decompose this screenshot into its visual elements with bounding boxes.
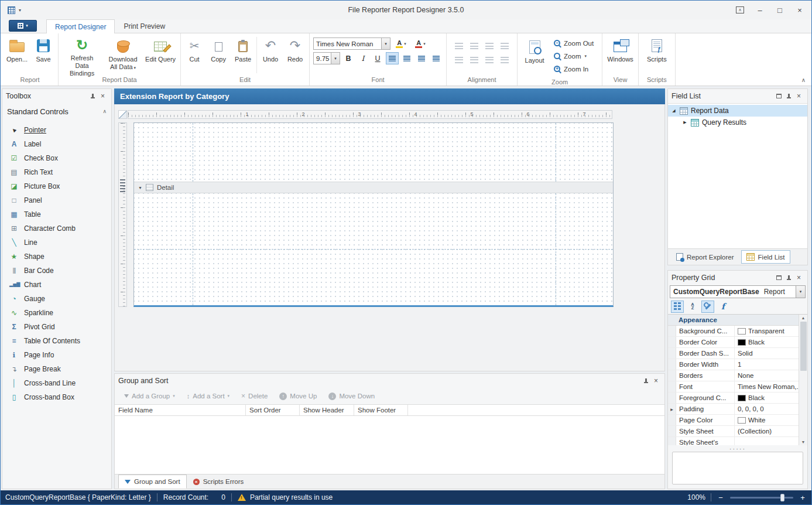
group-sort-close-button[interactable]: ×	[651, 376, 661, 386]
vertical-ruler[interactable]	[118, 122, 127, 307]
property-row-borders[interactable]: Borders None	[668, 370, 799, 381]
move-down-button[interactable]: ↓ Move Down	[324, 391, 379, 402]
align-middles-button[interactable]	[467, 53, 481, 66]
toolbox-item-shape[interactable]: ★Shape	[2, 250, 111, 264]
justify-button[interactable]	[430, 52, 443, 64]
property-grid-float-button[interactable]	[774, 273, 784, 283]
font-color-button[interactable]: A ▾	[412, 37, 429, 50]
tree-collapsed-icon[interactable]: ▶	[682, 120, 688, 125]
detail-band[interactable]	[134, 193, 613, 305]
maximize-button[interactable]: □	[770, 3, 789, 17]
scroll-up-icon[interactable]: ▲	[801, 316, 806, 320]
toolbox-item-cross-band-box[interactable]: ▯Cross-band Box	[2, 390, 111, 404]
toolbox-item-page-break[interactable]: ↴Page Break	[2, 362, 111, 376]
zoom-button[interactable]: Zoom ▾	[551, 50, 599, 62]
events-view-button[interactable]: f	[717, 301, 729, 313]
column-sort-order[interactable]: Sort Order	[246, 405, 300, 415]
layout-button[interactable]: Layout	[520, 36, 549, 77]
align-centers-button[interactable]	[467, 39, 481, 52]
object-selector-combo[interactable]: CustomQueryReportBase Report ▾	[670, 285, 806, 298]
field-list-close-button[interactable]: ×	[794, 91, 804, 101]
save-button[interactable]: Save	[30, 35, 56, 76]
tab-report-designer[interactable]: Report Designer	[46, 19, 115, 33]
toolbox-item-pointer[interactable]: ►Pointer	[2, 123, 111, 137]
underline-button[interactable]: U	[371, 52, 384, 64]
open-button[interactable]: Open...	[4, 35, 30, 76]
zoom-slider[interactable]	[730, 497, 793, 499]
quick-access-caret-icon[interactable]: ▾	[19, 8, 21, 13]
windows-button[interactable]: Windows	[604, 35, 636, 76]
toolbox-section-header[interactable]: Standard Controls ∧	[2, 103, 111, 120]
refresh-data-bindings-button[interactable]: ↻ Refresh Data Bindings	[60, 35, 104, 76]
property-value[interactable]: Black	[735, 393, 799, 403]
property-value[interactable]: Transparent	[735, 326, 799, 336]
property-row-border-dash-style[interactable]: Border Dash S... Solid	[668, 348, 799, 359]
tree-expanded-icon[interactable]: ◢	[671, 108, 677, 113]
ribbon-display-button[interactable]: ∧	[731, 3, 749, 17]
move-up-button[interactable]: ↑ Move Up	[275, 391, 321, 402]
edit-query-button[interactable]: Edit Query	[142, 35, 179, 76]
tab-print-preview[interactable]: Print Preview	[115, 19, 174, 33]
tree-node-report-data[interactable]: ◢ Report Data	[668, 105, 807, 117]
detail-band-header[interactable]: ▼ Detail	[134, 182, 613, 193]
toolbox-item-table[interactable]: ▦Table	[2, 207, 111, 221]
property-value[interactable]: 0, 0, 0, 0	[735, 404, 799, 414]
file-menu-button[interactable]: ▾	[9, 20, 37, 32]
toolbox-pin-button[interactable]	[88, 91, 98, 101]
property-grid-scrollbar[interactable]: ▲ ▼	[799, 315, 807, 445]
property-row-border-width[interactable]: Border Width 1	[668, 359, 799, 370]
field-list-pin-button[interactable]	[784, 91, 794, 101]
categorized-view-button[interactable]	[671, 301, 684, 313]
undo-button[interactable]: ↶ Undo	[258, 35, 283, 76]
property-value[interactable]: White	[735, 415, 799, 425]
add-group-button[interactable]: Add a Group ▾	[119, 391, 180, 401]
italic-button[interactable]: I	[357, 52, 369, 64]
toolbox-item-check-box[interactable]: ☑Check Box	[2, 151, 111, 165]
column-field-name[interactable]: Field Name	[115, 405, 246, 415]
property-row-border-color[interactable]: Border Color Black	[668, 337, 799, 348]
properties-view-button[interactable]	[701, 301, 714, 313]
scroll-down-icon[interactable]: ▼	[801, 440, 806, 444]
column-show-footer[interactable]: Show Footer	[354, 405, 408, 415]
toolbox-item-chart[interactable]: ▂▅▇Chart	[2, 278, 111, 292]
zoom-slider-thumb[interactable]	[780, 494, 784, 501]
delete-button[interactable]: × Delete	[237, 390, 272, 402]
scrollbar-thumb[interactable]	[800, 322, 807, 371]
field-list-float-button[interactable]	[774, 91, 784, 101]
group-sort-body[interactable]	[115, 416, 664, 474]
toolbox-item-table-of-contents[interactable]: ≡Table Of Contents	[2, 334, 111, 348]
band-collapse-icon[interactable]: ▼	[138, 186, 142, 190]
property-value[interactable]: None	[735, 370, 799, 381]
property-grid-pin-button[interactable]	[784, 273, 794, 283]
paste-button[interactable]: Paste	[231, 35, 255, 76]
ribbon-collapse-button[interactable]: ∧	[801, 77, 806, 83]
font-size-combo[interactable]: 9.75 ▾	[313, 52, 340, 64]
add-sort-button[interactable]: ↕ Add a Sort ▾	[182, 391, 234, 401]
font-family-caret-icon[interactable]: ▾	[381, 38, 390, 49]
splitter-handle[interactable]: ·····	[668, 445, 807, 452]
property-row-font[interactable]: Font Times New Roman,...	[668, 381, 799, 393]
property-value[interactable]: Black	[735, 337, 799, 347]
group-sort-pin-button[interactable]	[641, 376, 651, 386]
redo-button[interactable]: ↷ Redo	[283, 35, 307, 76]
highlight-color-button[interactable]: A ▾	[392, 37, 410, 50]
category-appearance[interactable]: Appearance	[668, 315, 799, 326]
object-selector-caret-icon[interactable]: ▾	[796, 286, 805, 298]
tab-field-list[interactable]: Field List	[741, 250, 790, 264]
zoom-out-button[interactable]: − Zoom Out	[551, 37, 599, 49]
download-all-data-button[interactable]: Download All Data▾	[104, 35, 142, 76]
zoom-in-status-button[interactable]: +	[799, 493, 807, 502]
close-button[interactable]: ×	[790, 3, 809, 17]
cut-button[interactable]: ✂ Cut	[183, 35, 206, 76]
property-row-background-color[interactable]: Background C... Transparent	[668, 326, 799, 337]
toolbox-item-pivot-grid[interactable]: ΣPivot Grid	[2, 320, 111, 334]
top-margin-band[interactable]	[134, 123, 613, 182]
align-left-button[interactable]	[386, 52, 399, 64]
property-value[interactable]: 1	[735, 359, 799, 370]
align-v-spacing-button[interactable]	[498, 53, 512, 66]
tree-node-query-results[interactable]: ▶ Query Results	[668, 117, 807, 128]
align-tops-button[interactable]	[452, 53, 466, 66]
expand-row-icon[interactable]: ▶	[670, 407, 673, 411]
report-page[interactable]: ▼ Detail	[133, 122, 614, 307]
toolbox-close-button[interactable]: ×	[98, 91, 108, 101]
